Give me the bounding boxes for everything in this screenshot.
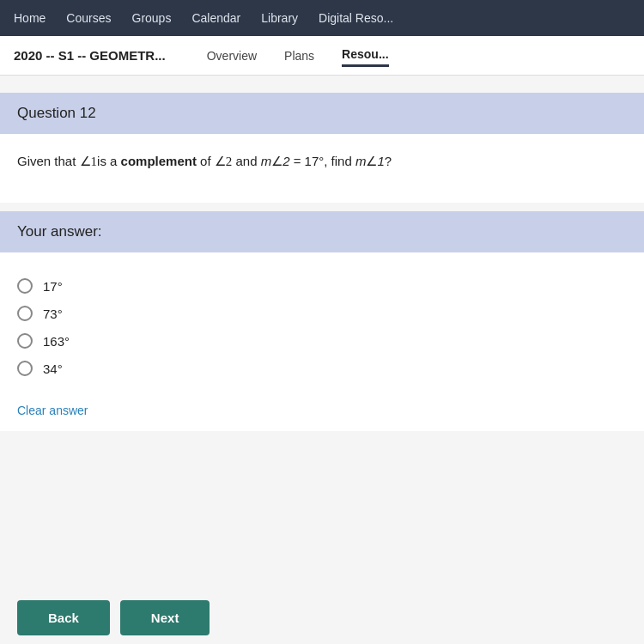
nav-courses[interactable]: Courses [66,8,111,28]
angle2: ∠2 [215,155,233,168]
nav-home[interactable]: Home [14,8,46,28]
main-content: Question 12 Given that ∠1is a complement… [0,93,644,431]
find-expression: m [355,154,367,168]
back-button[interactable]: Back [17,600,110,635]
nav-digital-resources[interactable]: Digital Reso... [319,8,393,28]
your-answer-label: Your answer: [17,223,102,240]
radio-4[interactable] [17,361,33,376]
equation: m [261,154,272,168]
bold-complement: complement [121,154,197,168]
option-1[interactable]: 17° [17,278,627,294]
question-text: Given that ∠1is a complement of ∠2 and m… [17,154,392,168]
option-4-label: 34° [43,361,63,376]
sub-nav-plans[interactable]: Plans [284,46,314,66]
option-4[interactable]: 34° [17,361,627,376]
top-nav: Home Courses Groups Calendar Library Dig… [0,0,644,36]
option-1-label: 17° [43,279,63,294]
sub-nav-title: 2020 -- S1 -- GEOMETR... [14,48,166,63]
answer-options: 17° 73° 163° 34° [0,252,644,397]
option-3-label: 163° [43,334,70,349]
option-3[interactable]: 163° [17,333,627,349]
nav-library[interactable]: Library [261,8,298,28]
radio-3[interactable] [17,333,33,349]
sub-nav-resources[interactable]: Resou... [342,44,388,67]
sub-nav-overview[interactable]: Overview [207,46,257,66]
question-number: Question 12 [17,105,96,121]
angle1: ∠1 [80,155,98,168]
sub-nav: 2020 -- S1 -- GEOMETR... Overview Plans … [0,36,644,76]
clear-answer-link[interactable]: Clear answer [0,397,644,431]
question-header: Question 12 [0,93,644,134]
option-2[interactable]: 73° [17,306,627,321]
answer-header: Your answer: [0,211,644,252]
radio-2[interactable] [17,306,33,321]
nav-groups[interactable]: Groups [132,8,172,28]
option-2-label: 73° [43,307,63,321]
radio-1[interactable] [17,278,33,294]
next-button[interactable]: Next [120,600,210,635]
question-body: Given that ∠1is a complement of ∠2 and m… [0,134,644,203]
bottom-buttons: Back Next [0,592,644,644]
nav-calendar[interactable]: Calendar [191,8,240,28]
